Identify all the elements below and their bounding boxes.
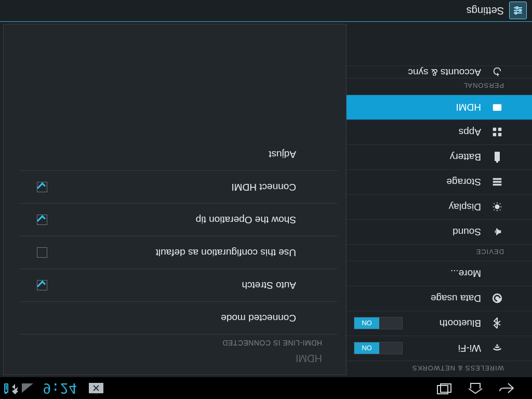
settings-screen: WIRELESS & NETWORKS Wi-Fi ON Bluetooth O…	[0, 22, 532, 377]
notification-dismiss-icon[interactable]	[89, 383, 103, 393]
row-connect-hdmi[interactable]: Connect HDMI	[19, 170, 338, 203]
home-button[interactable]	[467, 381, 484, 395]
pane-title: HDMI	[4, 347, 346, 375]
row-adjust[interactable]: Adjust	[19, 138, 338, 170]
checkbox-auto-stretch[interactable]	[37, 280, 47, 290]
back-button[interactable]	[498, 381, 515, 395]
category-device: DEVICE	[347, 244, 532, 261]
sidebar-label: Display	[449, 202, 481, 213]
battery-icon	[490, 151, 504, 164]
bluetooth-toggle[interactable]: ON	[354, 317, 403, 329]
status-clock: 9:24	[43, 380, 77, 396]
signal-icon	[22, 383, 33, 393]
sidebar-label: Wi-Fi	[458, 343, 481, 354]
sidebar-label: Storage	[446, 177, 481, 188]
battery-icon	[4, 383, 8, 393]
checkbox-show-tip[interactable]	[37, 215, 47, 225]
sidebar-label: Data usage	[431, 293, 481, 304]
checkbox-connect-hdmi[interactable]	[37, 182, 47, 192]
data-usage-icon	[490, 292, 504, 305]
row-show-tip[interactable]: Show the Operation tip	[19, 203, 338, 236]
wifi-icon	[490, 342, 504, 355]
svg-rect-5	[493, 133, 496, 136]
row-label: Connect HDMI	[231, 181, 296, 193]
bluetooth-icon	[490, 317, 504, 330]
apps-icon	[490, 126, 504, 139]
row-connected-mode[interactable]: Connected mode	[19, 301, 338, 334]
sidebar-item-data-usage[interactable]: Data usage	[347, 286, 532, 311]
settings-app-icon[interactable]	[509, 2, 527, 20]
settings-detail-pane: HDMI HDMI-LINE IS CONNECTED Connected mo…	[3, 24, 347, 375]
storage-icon	[490, 176, 504, 189]
svg-rect-6	[498, 128, 501, 131]
svg-rect-7	[493, 128, 496, 131]
row-label: Show the Operation tip	[196, 214, 296, 225]
sidebar-label: Apps	[459, 127, 481, 138]
sidebar-item-display[interactable]: Display	[347, 194, 532, 219]
category-personal: PERSONAL	[347, 78, 532, 95]
svg-rect-3	[496, 162, 498, 163]
sidebar-item-battery[interactable]: Battery	[347, 144, 532, 169]
sync-icon	[490, 65, 504, 78]
row-use-default[interactable]: Use this configuration as default	[19, 236, 338, 269]
settings-sidebar: WIRELESS & NETWORKS Wi-Fi ON Bluetooth O…	[347, 22, 532, 377]
recent-apps-button[interactable]	[435, 381, 453, 395]
android-navbar: 9:24	[0, 377, 532, 399]
sidebar-label: Accounts & sync	[408, 66, 481, 78]
sound-icon	[490, 225, 504, 239]
row-auto-stretch[interactable]: Auto Stretch	[19, 269, 338, 301]
sidebar-item-more[interactable]: More...	[347, 261, 532, 286]
sidebar-label: Battery	[450, 152, 481, 163]
sidebar-item-apps[interactable]: Apps	[347, 119, 532, 144]
sidebar-label: Bluetooth	[440, 318, 481, 329]
checkbox-use-default[interactable]	[37, 247, 47, 258]
category-wireless: WIRELESS & NETWORKS	[347, 361, 532, 377]
svg-rect-4	[498, 133, 501, 136]
row-label: Connected mode	[221, 312, 296, 324]
display-icon	[490, 201, 504, 214]
sidebar-label: More...	[450, 268, 481, 280]
sidebar-item-sound[interactable]: Sound	[347, 219, 532, 244]
row-label: Auto Stretch	[242, 280, 296, 291]
sidebar-item-accounts[interactable]: Accounts & sync	[347, 65, 532, 78]
recents-bar: Settings	[0, 0, 532, 22]
sidebar-item-hdmi[interactable]: HDMI	[347, 95, 532, 119]
bluetooth-status-icon	[11, 381, 19, 395]
row-label: Adjust	[269, 149, 296, 160]
sidebar-item-storage[interactable]: Storage	[347, 169, 532, 194]
svg-rect-8	[493, 104, 502, 111]
row-label: Use this configuration as default	[156, 247, 296, 258]
sidebar-label: HDMI	[456, 102, 481, 113]
sidebar-item-wifi[interactable]: Wi-Fi ON	[347, 336, 532, 361]
pane-subtitle: HDMI-LINE IS CONNECTED	[19, 334, 338, 347]
sidebar-label: Sound	[453, 227, 481, 238]
wifi-toggle[interactable]: ON	[354, 342, 403, 354]
svg-rect-2	[495, 152, 500, 162]
hdmi-icon	[490, 101, 504, 114]
recents-app-label: Settings	[467, 5, 504, 17]
sidebar-item-bluetooth[interactable]: Bluetooth ON	[347, 311, 532, 336]
